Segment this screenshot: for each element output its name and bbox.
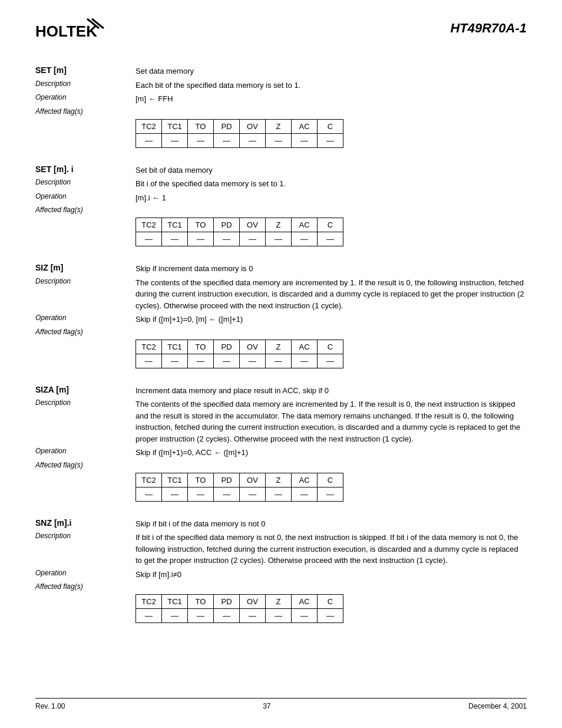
section-row-description: DescriptionEach bit of the specified dat… bbox=[35, 80, 527, 91]
flag-header: TO bbox=[188, 119, 214, 133]
row-content: If bit i of the specified data memory is… bbox=[135, 532, 527, 566]
flag-header: C bbox=[318, 119, 343, 133]
row-content bbox=[135, 582, 527, 591]
flag-header: C bbox=[318, 473, 343, 487]
section-row-affected-flags: Affected flag(s) bbox=[35, 461, 527, 469]
flag-table-wrap: TC2TC1TOPDOVZACC———————— bbox=[135, 594, 527, 623]
flag-table: TC2TC1TOPDOVZACC———————— bbox=[135, 473, 343, 502]
instruction-name: SET [m]. i bbox=[35, 164, 135, 176]
footer-page: 37 bbox=[263, 702, 270, 710]
flag-value: — bbox=[214, 609, 240, 623]
flag-value: — bbox=[240, 354, 266, 368]
flag-table-wrap: TC2TC1TOPDOVZACC———————— bbox=[135, 340, 527, 368]
row-label: Affected flag(s) bbox=[35, 107, 135, 116]
row-label: Operation bbox=[35, 314, 135, 325]
flag-table: TC2TC1TOPDOVZACC———————— bbox=[135, 119, 343, 148]
section-siz_m: SIZ [m]Skip if increment data memory is … bbox=[35, 263, 527, 368]
section-row-operation: Operation[m] ← FFH bbox=[35, 93, 527, 105]
instruction-name: SNZ [m].i bbox=[35, 518, 135, 530]
row-content bbox=[135, 328, 527, 336]
section-row-operation: OperationSkip if [m].i≠0 bbox=[35, 569, 527, 581]
flag-header: TO bbox=[188, 218, 214, 232]
flag-value: — bbox=[188, 232, 214, 246]
flag-table: TC2TC1TOPDOVZACC———————— bbox=[135, 218, 343, 246]
flag-value: — bbox=[136, 354, 162, 368]
page-footer: Rev. 1.00 37 December 4, 2001 bbox=[35, 698, 527, 710]
flag-header: TO bbox=[188, 473, 214, 487]
section-snz_m_i: SNZ [m].iSkip if bit i of the data memor… bbox=[35, 518, 527, 624]
section-name-row: SIZA [m]Increment data memory and place … bbox=[35, 385, 527, 397]
flag-header: AC bbox=[292, 595, 318, 609]
flag-header: PD bbox=[214, 218, 240, 232]
row-content bbox=[135, 206, 527, 214]
flag-value: — bbox=[292, 609, 318, 623]
footer-date: December 4, 2001 bbox=[468, 702, 527, 710]
flag-header: TC1 bbox=[162, 119, 188, 133]
flag-header: TC2 bbox=[136, 119, 162, 133]
row-label: Operation bbox=[35, 93, 135, 105]
section-row-operation: Operation[m].i ← 1 bbox=[35, 192, 527, 204]
row-label: Description bbox=[35, 398, 135, 444]
row-label: Operation bbox=[35, 192, 135, 204]
flag-value: — bbox=[162, 133, 188, 147]
section-row-affected-flags: Affected flag(s) bbox=[35, 582, 527, 591]
flag-value: — bbox=[136, 133, 162, 147]
flag-table-wrap: TC2TC1TOPDOVZACC———————— bbox=[135, 119, 527, 148]
flag-table-wrap: TC2TC1TOPDOVZACC———————— bbox=[135, 218, 527, 246]
flag-header: TC1 bbox=[162, 218, 188, 232]
row-content: The contents of the specified data memor… bbox=[135, 398, 527, 444]
row-label: Affected flag(s) bbox=[35, 582, 135, 591]
flag-header: TC1 bbox=[162, 595, 188, 609]
section-row-description: DescriptionIf bit i of the specified dat… bbox=[35, 532, 527, 566]
flag-value: — bbox=[318, 133, 343, 147]
flag-value: — bbox=[266, 232, 292, 246]
flag-header: Z bbox=[266, 340, 292, 354]
row-label: Operation bbox=[35, 447, 135, 459]
flag-header: C bbox=[318, 218, 343, 232]
footer-rev: Rev. 1.00 bbox=[35, 702, 65, 710]
row-content: Each bit of the specified data memory is… bbox=[135, 80, 527, 91]
flag-value: — bbox=[214, 232, 240, 246]
flag-header: AC bbox=[292, 340, 318, 354]
flag-value: — bbox=[136, 487, 162, 501]
flag-value: — bbox=[240, 609, 266, 623]
row-content: Bit i of the specified data memory is se… bbox=[135, 178, 527, 190]
row-content: [m] ← FFH bbox=[135, 93, 527, 105]
doc-title: HT49R70A-1 bbox=[450, 18, 527, 36]
instruction-title: Set data memory bbox=[135, 65, 527, 77]
flag-header: TO bbox=[188, 595, 214, 609]
flag-value: — bbox=[292, 487, 318, 501]
row-label: Description bbox=[35, 277, 135, 312]
flag-header: OV bbox=[240, 218, 266, 232]
flag-value: — bbox=[188, 609, 214, 623]
flag-header: C bbox=[318, 595, 343, 609]
flag-header: PD bbox=[214, 340, 240, 354]
section-row-description: DescriptionThe contents of the specified… bbox=[35, 398, 527, 444]
section-set_m: SET [m]Set data memoryDescriptionEach bi… bbox=[35, 65, 527, 148]
section-set_m_i: SET [m]. iSet bit of data memoryDescript… bbox=[35, 164, 527, 247]
section-row-operation: OperationSkip if ([m]+1)=0, ACC ← ([m]+1… bbox=[35, 447, 527, 459]
flag-value: — bbox=[162, 609, 188, 623]
section-name-row: SNZ [m].iSkip if bit i of the data memor… bbox=[35, 518, 527, 530]
flag-header: Z bbox=[266, 595, 292, 609]
instruction-title: Skip if bit i of the data memory is not … bbox=[135, 518, 527, 530]
flag-header: OV bbox=[240, 119, 266, 133]
flag-value: — bbox=[188, 487, 214, 501]
flag-table: TC2TC1TOPDOVZACC———————— bbox=[135, 594, 343, 623]
flag-header: TC1 bbox=[162, 340, 188, 354]
flag-header: TO bbox=[188, 340, 214, 354]
row-label: Operation bbox=[35, 569, 135, 581]
flag-header: Z bbox=[266, 119, 292, 133]
flag-header: TC2 bbox=[136, 473, 162, 487]
row-content bbox=[135, 107, 527, 116]
svg-text:HOLTEK: HOLTEK bbox=[35, 22, 97, 40]
flag-value: — bbox=[136, 232, 162, 246]
flag-value: — bbox=[240, 133, 266, 147]
flag-header: TC1 bbox=[162, 473, 188, 487]
row-label: Description bbox=[35, 178, 135, 190]
row-content: The contents of the specified data memor… bbox=[135, 277, 527, 312]
flag-header: C bbox=[318, 340, 343, 354]
flag-value: — bbox=[266, 354, 292, 368]
flag-value: — bbox=[292, 232, 318, 246]
instruction-title: Set bit of data memory bbox=[135, 164, 527, 176]
